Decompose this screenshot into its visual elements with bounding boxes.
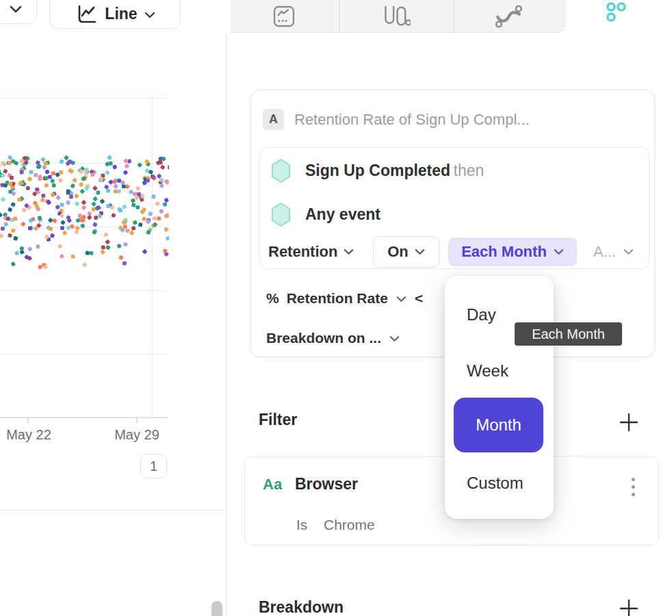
x-axis-label: May 22 (6, 427, 51, 443)
metric-label: Retention Rate (287, 290, 388, 307)
breakdown-section-heading: Breakdown (259, 598, 344, 616)
chevron-down-icon (344, 248, 354, 255)
measure-dropdown[interactable]: Retention (268, 236, 354, 267)
x-axis-label: May 29 (114, 427, 159, 443)
plus-icon (618, 411, 640, 433)
filter-section-heading: Filter (259, 411, 297, 429)
metric-dropdown[interactable]: % Retention Rate < (266, 288, 423, 309)
tooltip: Each Month (515, 322, 622, 346)
event-name[interactable]: Sign Up Completed (305, 162, 450, 179)
menu-item-week[interactable]: Week (467, 361, 508, 381)
filter-value[interactable]: Chrome (324, 517, 375, 533)
breakdown-on-dropdown[interactable]: Breakdown on ... (266, 328, 400, 348)
interval-dropdown-menu: Day Week Month Custom (445, 276, 554, 519)
chart-pane: Line May 22 May 29 1 (0, 0, 226, 616)
chart-frame-icon (272, 4, 296, 29)
hexagon-event-icon (270, 158, 292, 183)
hexagon-event-icon (270, 202, 292, 227)
axis-ticks (28, 418, 137, 423)
comparator-text: < (415, 290, 423, 307)
chevron-down-icon (396, 296, 406, 303)
interval-label: Each Month (461, 243, 547, 261)
event-row[interactable]: Sign Up Completed then (270, 158, 484, 183)
retention-scatter-plot (0, 98, 169, 425)
interval-dropdown-button[interactable]: Each Month (448, 238, 577, 266)
chart-card-bottom-border (0, 510, 226, 511)
dots-properties-icon (605, 1, 627, 23)
line-chart-icon (75, 3, 98, 25)
collapsed-toolbar-button[interactable] (0, 0, 37, 24)
chevron-down-icon (10, 5, 22, 13)
on-dropdown-button[interactable]: On (373, 236, 439, 268)
event-row[interactable]: Any event (270, 202, 380, 227)
truncated-dropdown[interactable]: A... (593, 236, 634, 268)
on-label: On (387, 243, 409, 261)
chevron-down-icon (389, 335, 400, 342)
query-label-badge: A (263, 109, 284, 130)
kebab-menu-icon[interactable] (630, 476, 636, 498)
breakdown-on-label: Breakdown on ... (266, 330, 381, 346)
chart-type-label: Line (105, 5, 137, 23)
chevron-down-icon (554, 248, 564, 255)
event-name[interactable]: Any event (305, 205, 380, 224)
bar-columns-icon (382, 4, 411, 29)
percent-icon: % (266, 290, 279, 307)
app-window: Line May 22 May 29 1 (0, 0, 672, 616)
chart-type-line-button[interactable]: Line (49, 0, 181, 29)
chevron-down-icon (144, 12, 155, 18)
scrollbar-thumb[interactable] (211, 601, 222, 616)
add-filter-button[interactable] (618, 411, 640, 433)
measure-label: Retention (268, 243, 337, 261)
add-breakdown-button[interactable] (618, 598, 640, 616)
pagination-button[interactable]: 1 (140, 454, 167, 478)
filter-property[interactable]: Browser (295, 475, 358, 493)
scatter-points (0, 155, 169, 269)
string-type-icon: Aa (263, 476, 282, 493)
menu-item-day[interactable]: Day (467, 305, 496, 324)
menu-item-month-selected[interactable]: Month (454, 398, 543, 452)
query-title-input[interactable]: Retention Rate of Sign Up Compl... (294, 109, 530, 130)
event-block: Sign Up Completed then Any event Retenti… (259, 147, 649, 269)
menu-item-custom[interactable]: Custom (467, 474, 524, 493)
chevron-down-icon (415, 248, 425, 255)
truncated-label: A... (593, 243, 616, 261)
pane-divider (226, 33, 227, 616)
filter-operator[interactable]: Is (296, 517, 307, 533)
chevron-down-icon (623, 248, 634, 255)
event-suffix: then (454, 162, 484, 179)
plus-icon (618, 598, 640, 616)
flow-squiggle-icon (494, 4, 523, 29)
